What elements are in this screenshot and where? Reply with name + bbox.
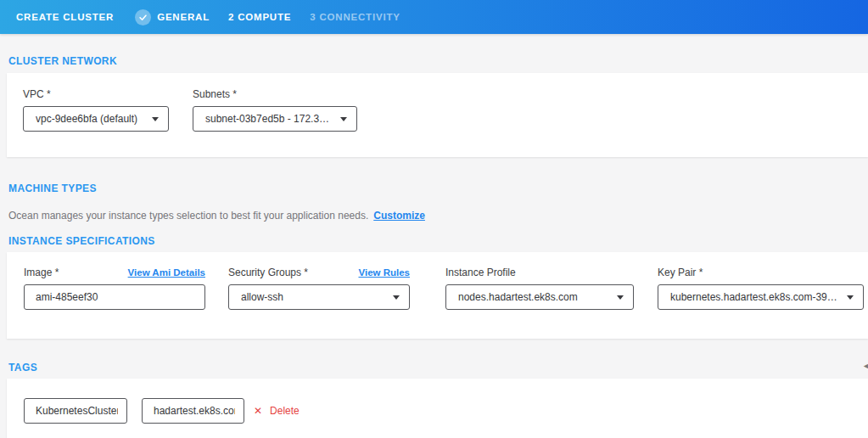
instance-specifications-card: Image * View Ami Details Security Groups… [7, 252, 868, 339]
tag-key-input[interactable] [24, 398, 127, 424]
cluster-network-heading: CLUSTER NETWORK [0, 56, 868, 67]
chevron-down-icon [847, 295, 854, 300]
instance-profile-select[interactable]: nodes.hadartest.ek8s.com [445, 284, 634, 310]
wizard-step-bar: CREATE CLUSTER GENERAL 2 COMPUTE 3 CONNE… [0, 0, 868, 34]
subnets-selected-value: subnet-03b7ed5b - 172.31.0.0/20 ... [205, 113, 333, 125]
key-pair-field: Key Pair * kubernetes.hadartest.ek8s.com… [658, 267, 864, 339]
image-field: Image * View Ami Details [24, 267, 205, 339]
key-pair-selected-value: kubernetes.hadartest.ek8s.com-39:84:a5:9… [670, 291, 840, 303]
chevron-down-icon [152, 117, 159, 121]
machine-types-heading: MACHINE TYPES [0, 183, 868, 194]
subnets-field: Subnets * subnet-03b7ed5b - 172.31.0.0/2… [193, 88, 357, 157]
view-rules-link[interactable]: View Rules [358, 267, 410, 278]
vpc-label: VPC * [23, 88, 51, 100]
wizard-steps: GENERAL 2 COMPUTE 3 CONNECTIVITY [135, 9, 419, 25]
chevron-down-icon [393, 295, 400, 300]
instance-profile-field: Instance Profile nodes.hadartest.ek8s.co… [445, 267, 634, 339]
security-groups-label: Security Groups * [228, 267, 308, 278]
tab-general-label: GENERAL [157, 12, 210, 22]
image-label: Image * [24, 267, 59, 278]
machine-types-text: Ocean manages your instance types select… [8, 210, 368, 222]
key-pair-label: Key Pair * [658, 267, 703, 278]
chevron-down-icon [340, 117, 347, 121]
tab-compute-label: 2 COMPUTE [228, 12, 291, 22]
vpc-selected-value: vpc-9dee6bfa (default) [36, 113, 137, 125]
instance-profile-selected-value: nodes.hadartest.ek8s.com [458, 291, 578, 303]
tab-general[interactable]: GENERAL [135, 9, 210, 25]
tags-card: ✕ Delete [7, 379, 868, 438]
vpc-select[interactable]: vpc-9dee6bfa (default) [23, 106, 169, 132]
security-groups-field: Security Groups * View Rules allow-ssh [228, 267, 410, 339]
subnets-select[interactable]: subnet-03b7ed5b - 172.31.0.0/20 ... [193, 106, 357, 132]
delete-tag-label: Delete [270, 405, 300, 417]
tags-heading: TAGS [0, 362, 868, 373]
machine-types-description: Ocean manages your instance types select… [8, 210, 868, 222]
tab-connectivity: 3 CONNECTIVITY [310, 12, 400, 22]
instance-specifications-heading: INSTANCE SPECIFICATIONS [0, 236, 868, 247]
wizard-title: CREATE CLUSTER [16, 12, 114, 22]
subnets-label: Subnets * [193, 88, 237, 100]
tag-value-input[interactable] [142, 398, 244, 424]
vpc-field: VPC * vpc-9dee6bfa (default) [23, 88, 169, 157]
key-pair-select[interactable]: kubernetes.hadartest.ek8s.com-39:84:a5:9… [658, 284, 864, 310]
check-icon [135, 9, 151, 25]
image-input[interactable] [24, 284, 205, 310]
chevron-down-icon [617, 295, 624, 300]
tab-compute[interactable]: 2 COMPUTE [228, 12, 291, 22]
cluster-network-card: VPC * vpc-9dee6bfa (default) Subnets * s… [7, 73, 868, 157]
instance-profile-label: Instance Profile [445, 267, 516, 278]
tab-connectivity-label: 3 CONNECTIVITY [310, 12, 400, 22]
customize-link[interactable]: Customize [373, 210, 425, 222]
view-ami-details-link[interactable]: View Ami Details [128, 267, 205, 278]
delete-x-icon: ✕ [254, 406, 262, 416]
cursor-artifact: ◄ [862, 362, 868, 370]
delete-tag-button[interactable]: ✕ Delete [254, 398, 300, 424]
security-groups-selected-value: allow-ssh [241, 291, 283, 303]
security-groups-select[interactable]: allow-ssh [228, 284, 410, 310]
